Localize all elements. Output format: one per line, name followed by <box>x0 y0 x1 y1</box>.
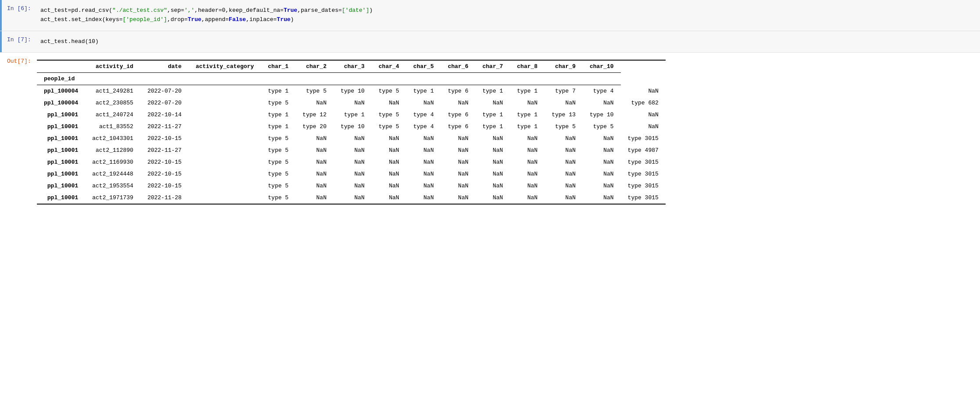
cell-date: 2022-10-15 <box>141 133 189 144</box>
cell-char-6: NaN <box>441 180 476 192</box>
cell-char-3: NaN <box>334 180 372 192</box>
table-row: ppl_10001act2_10433012022-10-15type 5NaN… <box>37 133 666 144</box>
code-line-2: act_test.set_index(keys=['people_id'],dr… <box>40 15 976 25</box>
code-part: ['people_id'] <box>122 16 167 23</box>
cell-char-1: type 5 <box>261 168 295 180</box>
cell-char-6: NaN <box>441 97 476 109</box>
cell-activity-category <box>189 85 261 97</box>
cell-date: 2022-10-15 <box>141 168 189 180</box>
col-header-char7: char_7 <box>476 60 510 73</box>
cell-char-2: type 12 <box>295 109 334 121</box>
cell-char-2: NaN <box>295 180 334 192</box>
cell-char-8: NaN <box>510 97 545 109</box>
cell-char-2: type 5 <box>295 85 334 97</box>
cell-col-14: type 682 <box>621 97 666 109</box>
code-part: True <box>284 7 297 14</box>
cell-char-2: NaN <box>295 156 334 168</box>
cell-char-6: NaN <box>441 144 476 156</box>
code-part: "./act_test.csv" <box>112 7 167 14</box>
cell-char-1: type 5 <box>261 144 295 156</box>
cell-people-id: ppl_10001 <box>37 144 85 156</box>
cell-char-5: NaN <box>406 97 441 109</box>
cell-char-5: NaN <box>406 144 441 156</box>
cell-char-10: type 10 <box>583 109 621 121</box>
cell-7-code[interactable]: act_test.head(10) <box>37 35 980 49</box>
table-row: ppl_10001act2_1128902022-11-27type 5NaNN… <box>37 144 666 156</box>
cell-char-3: NaN <box>334 97 372 109</box>
cell-char-1: type 1 <box>261 85 295 97</box>
code-part: ,append= <box>202 16 229 23</box>
sub-header-empty-9 <box>441 73 476 85</box>
col-header-char5: char_5 <box>406 60 441 73</box>
cell-char-4: NaN <box>371 180 406 192</box>
sub-header-empty-1 <box>85 73 141 85</box>
cell-date: 2022-10-15 <box>141 156 189 168</box>
cell-char-5: NaN <box>406 133 441 144</box>
code-part: ['date'] <box>342 7 369 14</box>
sub-header-empty-5 <box>295 73 334 85</box>
sub-header-empty-6 <box>334 73 372 85</box>
cell-char-9: NaN <box>544 156 583 168</box>
cell-people-id: ppl_100004 <box>37 97 85 109</box>
cell-char-7: NaN <box>476 156 510 168</box>
cell-char-1: type 5 <box>261 133 295 144</box>
sub-header-empty-11 <box>510 73 545 85</box>
cell-people-id: ppl_10001 <box>37 121 85 133</box>
cell-char-3: type 10 <box>334 85 372 97</box>
cell-char-3: NaN <box>334 144 372 156</box>
cell-activity-category <box>189 180 261 192</box>
sub-header-empty-10 <box>476 73 510 85</box>
cell-char-10: type 5 <box>583 121 621 133</box>
code-part: False <box>229 16 246 23</box>
cell-people-id: ppl_10001 <box>37 180 85 192</box>
col-header-char4: char_4 <box>371 60 406 73</box>
cell-date: 2022-10-15 <box>141 180 189 192</box>
cell-6-label: In [6]: <box>2 4 37 14</box>
cell-char-9: NaN <box>544 180 583 192</box>
cell-char-5: NaN <box>406 156 441 168</box>
col-header-char10: char_10 <box>583 60 621 73</box>
table-row: ppl_10001act2_11699302022-10-15type 5NaN… <box>37 156 666 168</box>
sub-header-empty-3 <box>189 73 261 85</box>
cell-char-3: NaN <box>334 133 372 144</box>
cell-people-id: ppl_10001 <box>37 109 85 121</box>
code-part: True <box>187 16 201 23</box>
cell-char-7: NaN <box>476 144 510 156</box>
cell-char-7: type 1 <box>476 109 510 121</box>
table-row: ppl_10001act1_835522022-11-27type 1type … <box>37 121 666 133</box>
cell-char-10: NaN <box>583 180 621 192</box>
cell-char-6: type 6 <box>441 109 476 121</box>
cell-char-9: type 13 <box>544 109 583 121</box>
cell-col-14: type 4987 <box>621 144 666 156</box>
cell-char-10: NaN <box>583 192 621 204</box>
cell-activity-category <box>189 133 261 144</box>
cell-char-3: NaN <box>334 156 372 168</box>
cell-char-9: NaN <box>544 144 583 156</box>
cell-activity-id: act2_112890 <box>85 144 141 156</box>
cell-char-8: NaN <box>510 180 545 192</box>
cell-col-14: type 3015 <box>621 168 666 180</box>
cell-date: 2022-07-20 <box>141 85 189 97</box>
index-col-header: people_id <box>37 73 85 85</box>
cell-date: 2022-11-28 <box>141 192 189 204</box>
col-header-date: date <box>141 60 189 73</box>
cell-activity-category <box>189 156 261 168</box>
cell-char-6: NaN <box>441 156 476 168</box>
cell-date: 2022-11-27 <box>141 144 189 156</box>
cell-char-10: NaN <box>583 156 621 168</box>
cell-people-id: ppl_10001 <box>37 156 85 168</box>
code-part: act_test.set_index(keys= <box>40 16 122 23</box>
cell-6-code[interactable]: act_test=pd.read_csv("./act_test.csv",se… <box>37 4 980 27</box>
cell-char-7: type 1 <box>476 85 510 97</box>
cell-char-4: type 5 <box>371 121 406 133</box>
cell-char-7: NaN <box>476 133 510 144</box>
cell-char-7: NaN <box>476 192 510 204</box>
cell-col-14: NaN <box>621 109 666 121</box>
col-header-char1: char_1 <box>261 60 295 73</box>
cell-activity-id: act1_249281 <box>85 85 141 97</box>
cell-char-1: type 5 <box>261 97 295 109</box>
cell-char-6: NaN <box>441 192 476 204</box>
cell-activity-id: act2_1924448 <box>85 168 141 180</box>
code-part: ,drop= <box>167 16 188 23</box>
code-part: ,parse_dates= <box>297 7 342 14</box>
